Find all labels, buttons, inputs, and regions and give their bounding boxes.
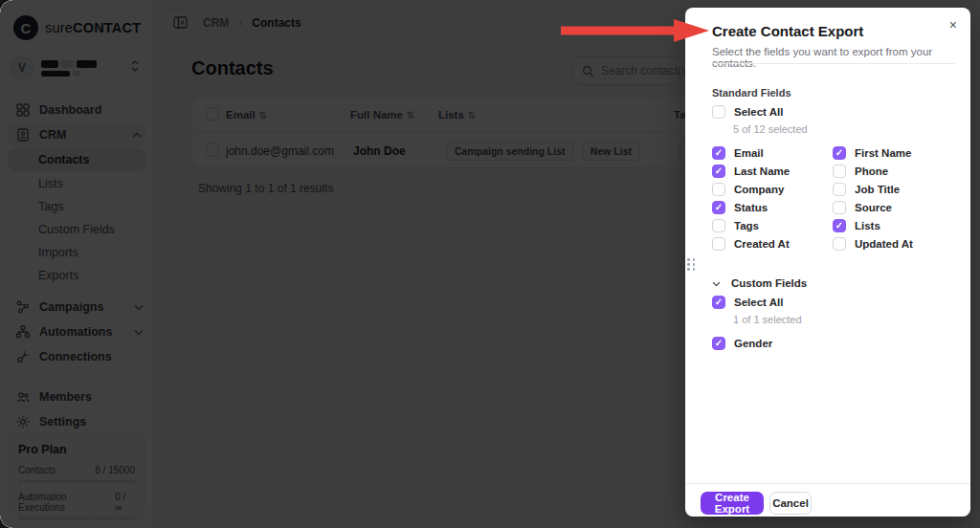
field-email[interactable]: Email xyxy=(712,146,764,160)
screen: C sureCONTACT V xyxy=(0,0,980,528)
custom-selected-count: 1 of 1 selected xyxy=(733,314,802,325)
modal-subtitle: Select the fields you want to export fro… xyxy=(712,46,970,69)
checkbox[interactable] xyxy=(712,105,725,119)
field-first-name[interactable]: First Name xyxy=(833,146,911,160)
field-gender[interactable]: Gender xyxy=(712,337,772,350)
chevron-down-icon xyxy=(712,277,721,289)
checkbox[interactable] xyxy=(833,165,846,178)
modal-title: Create Contact Export xyxy=(712,23,863,39)
field-status[interactable]: Status xyxy=(712,201,768,214)
custom-fields-section-toggle[interactable]: Custom Fields xyxy=(712,277,807,289)
field-company[interactable]: Company xyxy=(712,183,784,196)
field-updated-at[interactable]: Updated At xyxy=(833,237,913,251)
close-icon[interactable]: × xyxy=(949,17,957,33)
modal-footer: Create Export Cancel xyxy=(685,483,970,517)
standard-select-all[interactable]: Select All xyxy=(712,105,783,119)
custom-fields-label: Custom Fields xyxy=(731,277,807,289)
checkbox[interactable] xyxy=(833,237,846,251)
field-job-title[interactable]: Job Title xyxy=(833,183,900,196)
checkbox[interactable] xyxy=(712,337,725,350)
field-tags[interactable]: Tags xyxy=(712,219,759,232)
cancel-button[interactable]: Cancel xyxy=(769,492,812,515)
checkbox[interactable] xyxy=(712,183,725,196)
checkbox[interactable] xyxy=(833,201,846,214)
create-contact-export-modal: × Create Contact Export Select the field… xyxy=(685,8,970,517)
field-created-at[interactable]: Created At xyxy=(712,237,790,251)
annotation-arrow xyxy=(559,18,712,43)
field-phone[interactable]: Phone xyxy=(833,165,888,178)
divider xyxy=(712,63,955,64)
checkbox[interactable] xyxy=(712,296,725,309)
field-source[interactable]: Source xyxy=(833,201,892,214)
checkbox[interactable] xyxy=(712,146,725,160)
standard-selected-count: 5 of 12 selected xyxy=(733,123,808,135)
create-export-button[interactable]: Create Export xyxy=(701,492,764,515)
checkbox[interactable] xyxy=(712,237,725,251)
checkbox[interactable] xyxy=(712,201,725,214)
checkbox[interactable] xyxy=(833,219,846,232)
field-last-name[interactable]: Last Name xyxy=(712,165,790,178)
checkbox[interactable] xyxy=(833,146,846,160)
checkbox[interactable] xyxy=(833,183,846,196)
field-lists[interactable]: Lists xyxy=(833,219,880,232)
drag-handle-icon[interactable] xyxy=(687,258,697,271)
custom-select-all[interactable]: Select All xyxy=(712,296,783,309)
checkbox[interactable] xyxy=(712,219,725,232)
checkbox[interactable] xyxy=(712,165,725,178)
standard-fields-label: Standard Fields xyxy=(712,87,791,99)
